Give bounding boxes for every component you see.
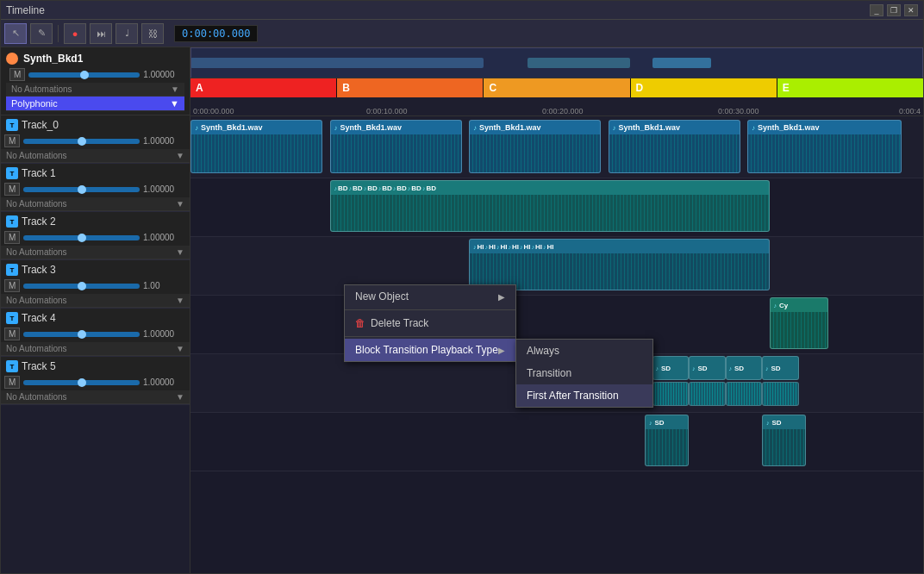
titlebar: Timeline _ ❐ ✕	[1, 1, 923, 20]
record-button[interactable]: ●	[64, 23, 86, 44]
section-d[interactable]: D	[631, 78, 777, 97]
sections-bar: A B C D E	[190, 78, 923, 97]
clip-sd-4[interactable]: ♪ SD	[762, 356, 799, 380]
track-5-row: ♪ SD ♪ SD	[190, 413, 923, 471]
submenu-arrow-transition: ▶	[498, 346, 505, 355]
submenu-transition[interactable]: Transition	[516, 362, 652, 384]
track-2-icon: T	[6, 215, 18, 228]
clip-sd-1[interactable]: ♪ SD	[652, 356, 690, 380]
context-menu: New Object ▶ 🗑Delete Track Block Transit…	[344, 284, 516, 362]
clip-cy-0[interactable]: ♪ Cy	[770, 297, 828, 349]
toolbar: ↖ ✎ ● ⏭ ♩ ⛓ 0:00:00.000	[1, 20, 923, 47]
track-1-name: Track 1	[22, 167, 56, 179]
track-3-header: T Track 3 M 1.00 No Automations▼	[1, 260, 190, 309]
section-e[interactable]: E	[777, 78, 923, 97]
track-4-name: Track 4	[22, 312, 56, 324]
track-0-no-auto: No Automations▼	[1, 149, 190, 163]
toolbar-separator-1	[58, 25, 59, 42]
clip-hi-0[interactable]: ♪ HI ♪ HI ♪ HI ♪ HI ♪ HI ♪ HI ♪ HI	[469, 239, 770, 290]
section-b[interactable]: B	[337, 78, 484, 97]
ruler-mark-10: 0:00:10.000	[366, 107, 408, 115]
ruler-mark-30: 0:00:30.000	[718, 107, 759, 115]
minimize-button[interactable]: _	[870, 4, 883, 16]
synth-volume-slider[interactable]	[28, 72, 140, 78]
clip-synth-4[interactable]: ♪ Synth_Bkd1.wav	[747, 120, 902, 173]
track-0-header: T Track_0 M 1.00000 No Automations▼	[1, 115, 190, 164]
track-3-volume-slider[interactable]	[23, 284, 140, 289]
menu-block-transition[interactable]: Block Transition Playback Type ▶ Always …	[345, 339, 515, 361]
track-5-volume-slider[interactable]	[23, 380, 140, 385]
pencil-tool-button[interactable]: ✎	[30, 23, 53, 44]
tracks-content: ♪ Synth_Bkd1.wav ♪ Synth_Bkd1.wav ♪ Synt…	[190, 116, 923, 573]
track-0-icon: T	[6, 119, 18, 131]
menu-separator-2	[345, 336, 515, 337]
clip-sd-3[interactable]: ♪ SD	[726, 356, 763, 380]
clip-sd-t5-0[interactable]: ♪ SD	[645, 415, 689, 466]
clip-sd-2[interactable]: ♪ SD	[689, 356, 726, 380]
track-5-name: Track 5	[22, 360, 56, 372]
synth-header: Synth_Bkd1 M 1.00000 No Automations ▼ Po…	[1, 47, 190, 115]
menu-separator-1	[345, 309, 515, 310]
clip-synth-1[interactable]: ♪ Synth_Bkd1.wav	[330, 120, 462, 173]
clip-sd-wave-3[interactable]	[726, 382, 763, 406]
main-area: Synth_Bkd1 M 1.00000 No Automations ▼ Po…	[1, 47, 923, 573]
clip-synth-3[interactable]: ♪ Synth_Bkd1.wav	[609, 120, 740, 173]
track-0-volume-slider[interactable]	[23, 139, 140, 144]
track-2-volume-slider[interactable]	[23, 235, 140, 240]
ruler-mark-0: 0:00:00.000	[190, 107, 234, 115]
synth-poly-select[interactable]: Polyphonic ▼	[6, 97, 184, 111]
track-3-name: Track 3	[22, 264, 56, 276]
restore-button[interactable]: ❐	[887, 4, 901, 16]
synth-controls: M 1.00000	[6, 66, 184, 83]
track-1-mute[interactable]: M	[4, 183, 20, 196]
track-3-no-auto: No Automations▼	[1, 294, 190, 308]
clip-sd-wave-1[interactable]	[652, 382, 690, 406]
link-button[interactable]: ⛓	[141, 23, 164, 44]
minimap[interactable]	[190, 47, 923, 78]
clip-bd-0[interactable]: ♪ BD ♪ BD ♪ BD ♪ BD ♪ BD ♪ BD ♪ BD	[330, 180, 770, 232]
delete-icon: 🗑	[355, 317, 365, 329]
clip-sd-wave-2[interactable]	[689, 382, 726, 406]
minimap-viewport[interactable]	[190, 47, 923, 78]
track-1-volume-slider[interactable]	[23, 187, 140, 192]
submenu-always[interactable]: Always	[516, 340, 652, 362]
track-2-row: ♪ HI ♪ HI ♪ HI ♪ HI ♪ HI ♪ HI ♪ HI	[190, 237, 923, 296]
synth-mute-button[interactable]: M	[9, 68, 25, 81]
tracks-panel: Synth_Bkd1 M 1.00000 No Automations ▼ Po…	[1, 47, 190, 573]
track-2-header: T Track 2 M 1.00000 No Automations▼	[1, 212, 190, 260]
submenu-transition: Always Transition First After Transition	[515, 339, 653, 408]
track-4-icon: T	[6, 312, 18, 324]
synth-volume-value: 1.00000	[143, 70, 186, 79]
ruler-mark-end: 0:00:4	[899, 107, 923, 115]
track-5-mute[interactable]: M	[4, 376, 20, 389]
track-1-header: T Track 1 M 1.00000 No Automations▼	[1, 164, 190, 212]
track-2-no-auto: No Automations▼	[1, 246, 190, 259]
metronome-button[interactable]: ♩	[116, 23, 138, 44]
track-4-mute[interactable]: M	[4, 328, 20, 340]
titlebar-controls: _ ❐ ✕	[870, 4, 918, 16]
submenu-first-after-transition[interactable]: First After Transition	[516, 384, 652, 407]
window-title: Timeline	[6, 4, 45, 16]
ruler-mark-20: 0:00:20.000	[542, 107, 584, 115]
track-3-icon: T	[6, 264, 18, 276]
select-tool-button[interactable]: ↖	[4, 23, 27, 44]
skip-button[interactable]: ⏭	[90, 23, 112, 44]
track-1-row: ♪ BD ♪ BD ♪ BD ♪ BD ♪ BD ♪ BD ♪ BD	[190, 178, 923, 237]
synth-no-automations: No Automations ▼	[6, 83, 184, 97]
clip-synth-2[interactable]: ♪ Synth_Bkd1.wav	[469, 120, 601, 173]
menu-new-object[interactable]: New Object ▶	[345, 285, 515, 308]
close-button[interactable]: ✕	[904, 4, 918, 16]
track-2-mute[interactable]: M	[4, 231, 20, 244]
track-0-mute[interactable]: M	[4, 134, 20, 147]
clip-sd-t5-1[interactable]: ♪ SD	[762, 415, 806, 466]
track-4-volume-slider[interactable]	[23, 332, 140, 337]
track-3-mute[interactable]: M	[4, 279, 20, 292]
menu-delete-track[interactable]: 🗑Delete Track	[345, 312, 515, 334]
clip-sd-wave-4[interactable]	[762, 382, 799, 406]
track-0-row: ♪ Synth_Bkd1.wav ♪ Synth_Bkd1.wav ♪ Synt…	[190, 116, 923, 178]
synth-name: Synth_Bkd1	[23, 53, 83, 65]
section-c[interactable]: C	[484, 78, 630, 97]
section-a[interactable]: A	[190, 78, 337, 97]
clip-synth-0[interactable]: ♪ Synth_Bkd1.wav	[190, 120, 322, 173]
track-2-name: Track 2	[22, 215, 56, 228]
